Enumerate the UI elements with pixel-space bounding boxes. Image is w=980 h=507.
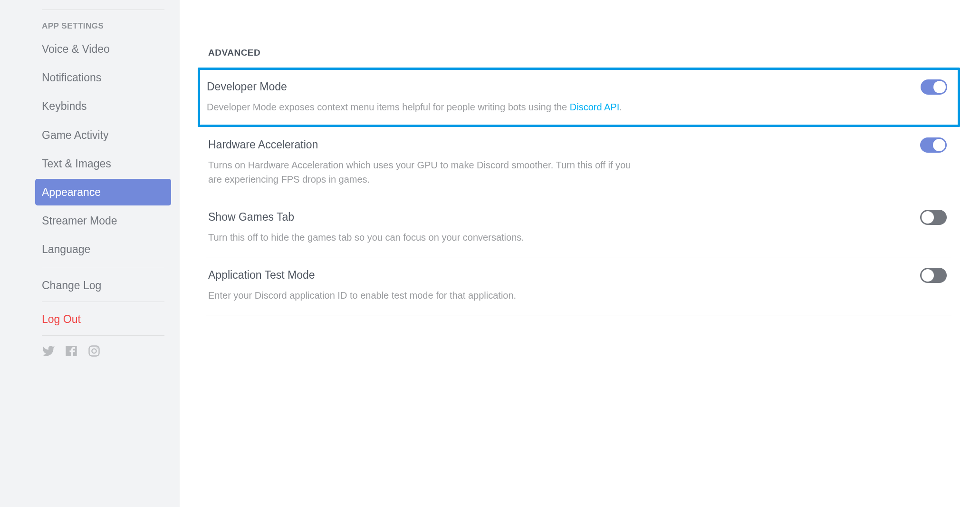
setting-title: Application Test Mode xyxy=(208,269,950,282)
toggle-application-test-mode[interactable] xyxy=(920,268,947,283)
sidebar-item-log-out[interactable]: Log Out xyxy=(35,306,171,332)
sidebar-item-game-activity[interactable]: Game Activity xyxy=(35,122,171,148)
setting-desc: Turn this off to hide the games tab so y… xyxy=(208,230,636,244)
section-header-advanced: ADVANCED xyxy=(206,48,951,58)
setting-show-games-tab: Show Games Tab Turn this off to hide the… xyxy=(206,199,951,257)
setting-desc: Turns on Hardware Acceleration which use… xyxy=(208,158,636,186)
toggle-knob xyxy=(933,139,945,151)
sidebar-item-voice-video[interactable]: Voice & Video xyxy=(35,36,171,62)
setting-title: Developer Mode xyxy=(207,80,951,93)
sidebar: APP SETTINGS Voice & Video Notifications… xyxy=(0,0,180,507)
toggle-knob xyxy=(922,211,934,224)
toggle-developer-mode[interactable] xyxy=(921,79,947,95)
setting-desc: Developer Mode exposes context menu item… xyxy=(207,100,634,114)
sidebar-inner: APP SETTINGS Voice & Video Notifications… xyxy=(35,10,171,497)
sidebar-item-streamer-mode[interactable]: Streamer Mode xyxy=(35,207,171,234)
toggle-knob xyxy=(933,81,946,93)
setting-hardware-acceleration: Hardware Acceleration Turns on Hardware … xyxy=(206,127,951,199)
twitter-icon[interactable] xyxy=(42,344,55,360)
desc-text-prefix: Developer Mode exposes context menu item… xyxy=(207,102,570,112)
sidebar-item-appearance[interactable]: Appearance xyxy=(35,179,171,205)
social-links xyxy=(35,336,171,360)
setting-developer-mode: Developer Mode Developer Mode exposes co… xyxy=(198,68,960,127)
main-content: ADVANCED Developer Mode Developer Mode e… xyxy=(180,0,980,507)
setting-title: Show Games Tab xyxy=(208,211,950,224)
discord-api-link[interactable]: Discord API xyxy=(570,102,619,112)
sidebar-item-keybinds[interactable]: Keybinds xyxy=(35,93,171,119)
sidebar-item-text-images[interactable]: Text & Images xyxy=(35,150,171,177)
toggle-knob xyxy=(922,269,934,282)
divider xyxy=(42,268,164,268)
toggle-hardware-acceleration[interactable] xyxy=(920,137,947,153)
setting-application-test-mode: Application Test Mode Enter your Discord… xyxy=(206,257,951,315)
setting-desc: Enter your Discord application ID to ena… xyxy=(208,288,636,302)
sidebar-section-header: APP SETTINGS xyxy=(35,10,171,36)
svg-point-1 xyxy=(92,349,96,353)
setting-title: Hardware Acceleration xyxy=(208,138,950,151)
toggle-show-games-tab[interactable] xyxy=(920,210,947,225)
divider xyxy=(42,302,164,302)
instagram-icon[interactable] xyxy=(87,344,101,360)
facebook-icon[interactable] xyxy=(65,344,78,360)
svg-point-2 xyxy=(96,347,98,349)
sidebar-item-change-log[interactable]: Change Log xyxy=(35,272,171,299)
desc-text-suffix: . xyxy=(619,102,622,112)
sidebar-item-notifications[interactable]: Notifications xyxy=(35,64,171,91)
sidebar-item-language[interactable]: Language xyxy=(35,236,171,263)
